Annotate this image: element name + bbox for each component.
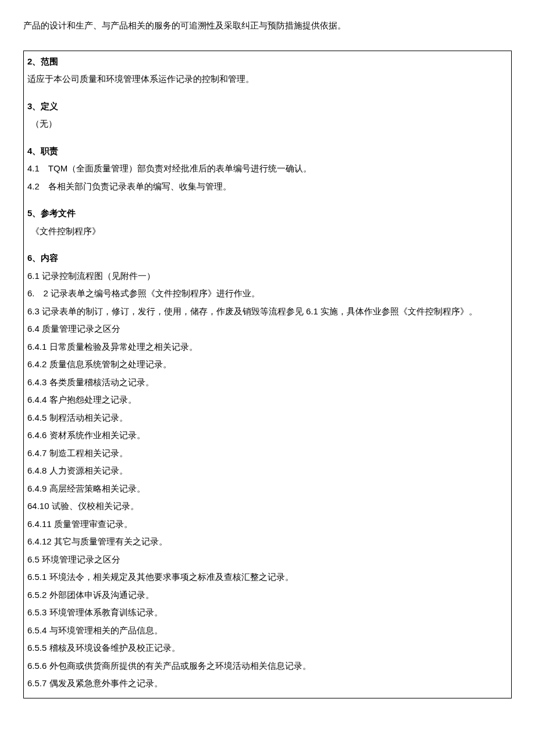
document-frame: 2、范围 适应于本公司质量和环境管理体系运作记录的控制和管理。 3、定义 （无）… xyxy=(23,51,512,698)
clause-6-1: 6.1 记录控制流程图（见附件一） xyxy=(27,268,508,285)
sep: 、 xyxy=(32,102,41,111)
clause-text: 6.4.4 客户抱怨处理之记录。 xyxy=(27,395,137,404)
section-2-heading: 2、范围 xyxy=(27,53,508,70)
clause-text: 6.4.6 资材系统作业相关记录。 xyxy=(27,430,145,440)
clause-6-5-2: 6.5.2 外部团体申诉及沟通记录。 xyxy=(27,587,508,604)
clause-6-4-1: 6.4.1 日常质量检验及异常处理之相关记录。 xyxy=(27,339,508,356)
clause-text: 6.4 质量管理记录之区分 xyxy=(27,324,120,334)
clause-6-4-2: 6.4.2 质量信息系统管制之处理记录。 xyxy=(27,356,508,373)
clause-6-2: 6. 2 记录表单之编号格式参照《文件控制程序》进行作业。 xyxy=(27,285,508,302)
clause-text: 64.10 试验、仪校相关记录。 xyxy=(27,501,139,511)
clause-text: 6.5.7 偶发及紧急意外事件之记录。 xyxy=(27,678,163,688)
section-3-title: 定义 xyxy=(41,102,58,111)
clause-text: 6.5.2 外部团体申诉及沟通记录。 xyxy=(27,590,154,600)
section-4-heading: 4、职责 xyxy=(27,143,508,160)
clause-text: 6.4.7 制造工程相关记录。 xyxy=(27,448,128,458)
section-6-title: 内容 xyxy=(41,253,58,263)
sep: 、 xyxy=(32,146,41,156)
clause-text: 6.5.1 环境法令，相关规定及其他要求事项之标准及查核汇整之记录。 xyxy=(27,572,294,582)
clause-6-4-8: 6.4.8 人力资源相关记录。 xyxy=(27,463,508,479)
clause-text: 6.1 记录控制流程图（见附件一） xyxy=(27,271,155,281)
sep: 、 xyxy=(32,209,41,218)
clause-4-2: 4.2 各相关部门负责记录表单的编写、收集与管理。 xyxy=(27,178,508,195)
clause-text: 6.4.8 人力资源相关记录。 xyxy=(27,465,128,475)
section-6-heading: 6、内容 xyxy=(27,250,508,267)
section-3-heading: 3、定义 xyxy=(27,98,508,115)
sep: 、 xyxy=(32,57,41,66)
section-4-title: 职责 xyxy=(41,146,58,156)
intro-paragraph: 产品的设计和生产、与产品相关的服务的可追溯性及采取纠正与预防措施提供依据。 xyxy=(23,17,512,34)
clause-text: 6.5.4 与环境管理相关的产品信息。 xyxy=(27,625,163,635)
section-2-body: 适应于本公司质量和环境管理体系运作记录的控制和管理。 xyxy=(27,71,508,88)
clause-6-4-12: 6.4.12 其它与质量管理有关之记录。 xyxy=(27,533,508,550)
clause-text: 6.5.6 外包商或供货商所提供的有关产品或服务之环境活动相关信息记录。 xyxy=(27,661,311,671)
clause-6-3: 6.3 记录表单的制订，修订，发行，使用，储存，作废及销毁等流程参见 6.1 实… xyxy=(27,303,508,320)
clause-6-4-4: 6.4.4 客户抱怨处理之记录。 xyxy=(27,392,508,409)
clause-6-5-5: 6.5.5 稽核及环境设备维护及校正记录。 xyxy=(27,640,508,657)
clause-6-4-11: 6.4.11 质量管理审查记录。 xyxy=(27,516,508,533)
clause-text: 6. 2 记录表单之编号格式参照《文件控制程序》进行作业。 xyxy=(27,288,260,298)
clause-6-5-1: 6.5.1 环境法令，相关规定及其他要求事项之标准及查核汇整之记录。 xyxy=(27,569,508,586)
clause-6-4-5: 6.4.5 制程活动相关记录。 xyxy=(27,410,508,427)
clause-text: 6.4.2 质量信息系统管制之处理记录。 xyxy=(27,359,172,369)
clause-6-5-4: 6.5.4 与环境管理相关的产品信息。 xyxy=(27,622,508,639)
clause-6-4-6: 6.4.6 资材系统作业相关记录。 xyxy=(27,427,508,444)
clause-text: 6.4.3 各类质量稽核活动之记录。 xyxy=(27,377,154,387)
clause-text: 4.2 各相关部门负责记录表单的编写、收集与管理。 xyxy=(27,181,231,191)
clause-6-4: 6.4 质量管理记录之区分 xyxy=(27,321,508,338)
clause-6-5-6: 6.5.6 外包商或供货商所提供的有关产品或服务之环境活动相关信息记录。 xyxy=(27,658,508,675)
clause-text: 6.4.5 制程活动相关记录。 xyxy=(27,413,128,422)
clause-text: 4.1 TQM（全面质量管理）部负责对经批准后的表单编号进行统一确认。 xyxy=(27,163,312,173)
clause-text: 6.4.9 高层经营策略相关记录。 xyxy=(27,483,145,493)
clause-text: 6.3 记录表单的制订，修订，发行，使用，储存，作废及销毁等流程参见 6.1 实… xyxy=(27,306,477,316)
section-3-body: （无） xyxy=(27,116,508,132)
clause-6-5: 6.5 环境管理记录之区分 xyxy=(27,551,508,568)
clause-6-4-10: 64.10 试验、仪校相关记录。 xyxy=(27,498,508,515)
clause-6-5-7: 6.5.7 偶发及紧急意外事件之记录。 xyxy=(27,675,508,692)
clause-text: 6.5.3 环境管理体系教育训练记录。 xyxy=(27,607,163,617)
sep: 、 xyxy=(32,253,41,263)
clause-text: 6.4.1 日常质量检验及异常处理之相关记录。 xyxy=(27,342,198,352)
section-5-body: 《文件控制程序》 xyxy=(27,223,508,240)
clause-text: 6.4.11 质量管理审查记录。 xyxy=(27,519,133,529)
clause-6-5-3: 6.5.3 环境管理体系教育训练记录。 xyxy=(27,604,508,621)
clause-text: 6.5 环境管理记录之区分 xyxy=(27,554,120,564)
clause-text: 6.4.12 其它与质量管理有关之记录。 xyxy=(27,536,167,546)
clause-6-4-3: 6.4.3 各类质量稽核活动之记录。 xyxy=(27,374,508,391)
clause-6-4-9: 6.4.9 高层经营策略相关记录。 xyxy=(27,481,508,497)
section-2-title: 范围 xyxy=(41,57,58,66)
clause-text: 6.5.5 稽核及环境设备维护及校正记录。 xyxy=(27,643,180,653)
clause-4-1: 4.1 TQM（全面质量管理）部负责对经批准后的表单编号进行统一确认。 xyxy=(27,160,508,177)
section-5-heading: 5、参考文件 xyxy=(27,205,508,222)
section-5-title: 参考文件 xyxy=(41,209,76,218)
clause-6-4-7: 6.4.7 制造工程相关记录。 xyxy=(27,445,508,462)
